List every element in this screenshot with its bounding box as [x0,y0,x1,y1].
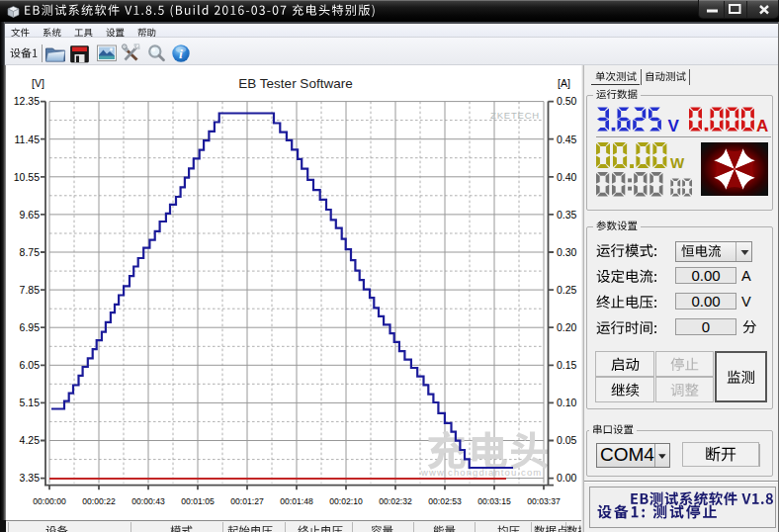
svg-text:0.20: 0.20 [557,321,577,333]
svg-text:6.95: 6.95 [20,321,41,333]
svg-text:[A]: [A] [558,77,570,89]
svg-text:0.50: 0.50 [557,95,577,107]
svg-text:5.15: 5.15 [20,397,41,408]
svg-text:A: A [756,117,768,135]
svg-text:i: i [179,46,183,61]
svg-text:0.15: 0.15 [557,359,577,371]
svg-text:00:00:22: 00:00:22 [82,496,116,506]
svg-text:00:01:27: 00:01:27 [230,496,264,506]
svg-text:4.25: 4.25 [20,434,41,446]
svg-text:ZKETECH: ZKETECH [490,110,540,121]
svg-text:10.55: 10.55 [14,171,40,183]
svg-text:7.85: 7.85 [20,284,41,296]
svg-text:0.05: 0.05 [557,434,577,446]
svg-text:0.10: 0.10 [557,397,577,408]
svg-text:[V]: [V] [32,77,44,89]
svg-text:00:03:37: 00:03:37 [527,496,561,506]
svg-text:6.05: 6.05 [20,359,41,371]
svg-text:0.25: 0.25 [557,284,577,296]
svg-text:0.00: 0.00 [557,472,577,484]
svg-text:V: V [668,117,680,135]
svg-text:00:01:05: 00:01:05 [181,496,215,506]
svg-text:11.45: 11.45 [15,133,41,145]
svg-text:00:02:10: 00:02:10 [329,496,363,506]
svg-text:3.35: 3.35 [20,472,41,484]
svg-text:0.40: 0.40 [557,171,577,183]
svg-text:00:03:15: 00:03:15 [477,496,511,506]
svg-text:00:02:32: 00:02:32 [379,496,412,506]
svg-text:8.75: 8.75 [20,246,41,258]
svg-text:0.35: 0.35 [557,209,577,221]
svg-text:00:00:43: 00:00:43 [131,496,165,506]
svg-text:9.65: 9.65 [20,209,41,221]
svg-text:00:02:53: 00:02:53 [428,496,462,506]
svg-text:12.35: 12.35 [14,95,40,107]
svg-text:00:00:00: 00:00:00 [33,496,66,506]
svg-text:0.45: 0.45 [557,133,577,145]
svg-text:EB Tester Software: EB Tester Software [238,76,352,91]
svg-text:00:01:48: 00:01:48 [280,496,313,506]
svg-text:W: W [670,154,685,171]
svg-text:0.30: 0.30 [557,246,577,258]
